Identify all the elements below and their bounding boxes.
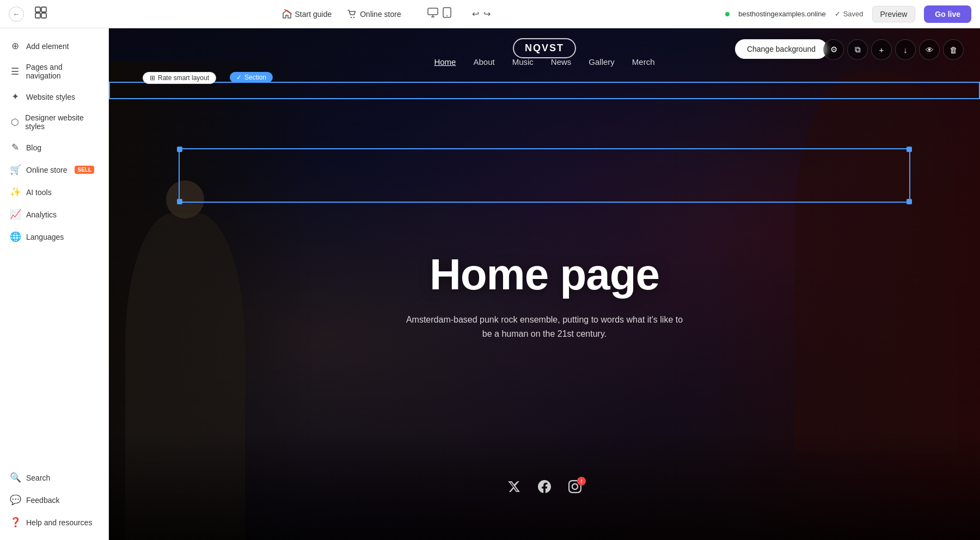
sidebar-item-label: Help and resources — [26, 518, 92, 527]
sidebar-item-add-element[interactable]: ⊕ Add element — [0, 35, 108, 57]
topbar-right: besthostingexamples.online ✓ Saved Previ… — [725, 5, 971, 23]
handle-tl[interactable] — [177, 147, 182, 152]
online-store-button[interactable]: Online store — [347, 9, 401, 19]
instagram-notification-badge: ! — [577, 477, 586, 486]
help-icon: ❓ — [10, 517, 21, 528]
sell-badge: SELL — [75, 166, 94, 174]
sidebar-item-help[interactable]: ❓ Help and resources — [0, 511, 108, 533]
svg-rect-0 — [35, 7, 40, 12]
svg-point-8 — [446, 15, 448, 16]
analytics-icon: 📈 — [10, 209, 21, 220]
social-icons: ! — [507, 480, 581, 496]
ai-tools-icon: ✨ — [10, 186, 21, 198]
selection-box — [179, 148, 910, 203]
online-store-label: Online store — [360, 10, 401, 19]
back-icon: ← — [13, 10, 20, 19]
pages-icon: ☰ — [10, 66, 21, 77]
back-button[interactable]: ← — [9, 7, 24, 22]
nav-link-gallery[interactable]: Gallery — [589, 57, 615, 66]
svg-rect-6 — [428, 8, 438, 15]
start-guide-label: Start guide — [295, 10, 332, 19]
golive-button[interactable]: Go live — [924, 5, 971, 23]
sidebar-item-label: Languages — [26, 233, 64, 241]
sidebar: ⊕ Add element ☰ Pages and navigation ✦ W… — [0, 28, 109, 540]
domain-text: besthostingexamples.online — [738, 10, 825, 18]
svg-rect-2 — [35, 13, 40, 18]
sidebar-item-label: AI tools — [26, 188, 52, 197]
nav-link-music[interactable]: Music — [512, 57, 534, 66]
feedback-icon: 💬 — [10, 494, 21, 506]
sidebar-item-website-styles[interactable]: ✦ Website styles — [0, 86, 108, 108]
svg-point-4 — [351, 16, 352, 17]
start-guide-button[interactable]: Start guide — [282, 9, 332, 19]
topbar-center: Start guide Online store ↩ ↪ — [60, 7, 712, 21]
desktop-view-button[interactable] — [427, 7, 438, 21]
rate-icon: ⊞ — [150, 74, 155, 82]
styles-icon: ✦ — [10, 91, 21, 102]
sidebar-item-ai-tools[interactable]: ✨ AI tools — [0, 181, 108, 203]
site-navbar: NQVST Home About Music News Gallery Merc… — [109, 28, 980, 72]
sidebar-item-designer-styles[interactable]: ⬡ Designer website styles — [0, 108, 108, 136]
sidebar-item-label: Search — [26, 474, 50, 482]
section-tag-button[interactable]: ✓ Section — [230, 72, 273, 83]
topbar: ← Start guide Online store — [0, 0, 980, 28]
blog-icon: ✎ — [10, 142, 21, 153]
topbar-left: ← — [9, 7, 47, 22]
sidebar-item-label: Blog — [26, 143, 41, 152]
sidebar-item-label: Designer website styles — [25, 113, 99, 131]
checkmark-icon: ✓ — [236, 74, 242, 81]
sidebar-item-label: Feedback — [26, 496, 59, 505]
sidebar-item-analytics[interactable]: 📈 Analytics — [0, 203, 108, 226]
add-element-icon: ⊕ — [10, 40, 21, 52]
canvas[interactable]: NQVST Home About Music News Gallery Merc… — [109, 28, 980, 540]
svg-rect-3 — [41, 13, 46, 18]
preview-button[interactable]: Preview — [872, 6, 916, 22]
saved-badge: ✓ Saved — [835, 10, 863, 18]
saved-label: Saved — [843, 10, 863, 18]
rate-smart-label: Rate smart layout — [158, 74, 209, 82]
domain-status-dot — [725, 12, 730, 16]
nav-link-about[interactable]: About — [473, 57, 494, 66]
check-icon: ✓ — [835, 10, 841, 18]
nav-link-home[interactable]: Home — [434, 57, 456, 66]
hero-subtitle[interactable]: Amsterdam-based punk rock ensemble, putt… — [403, 313, 686, 341]
handle-br[interactable] — [906, 199, 912, 204]
svg-rect-1 — [41, 7, 46, 12]
sidebar-item-blog[interactable]: ✎ Blog — [0, 136, 108, 159]
sidebar-item-label: Online store — [26, 166, 67, 174]
sidebar-item-languages[interactable]: 🌐 Languages — [0, 226, 108, 248]
designer-icon: ⬡ — [10, 117, 20, 128]
facebook-icon[interactable] — [538, 480, 551, 496]
rate-smart-layout-button[interactable]: ⊞ Rate smart layout — [143, 72, 216, 84]
nav-link-merch[interactable]: Merch — [632, 57, 655, 66]
handle-bl[interactable] — [177, 199, 182, 204]
sidebar-item-label: Add element — [26, 42, 69, 51]
redo-button[interactable]: ↪ — [483, 9, 491, 19]
instagram-icon[interactable]: ! — [568, 480, 581, 496]
handle-tr[interactable] — [906, 147, 912, 152]
svg-point-5 — [353, 16, 354, 17]
sidebar-item-label: Analytics — [26, 210, 57, 219]
site-logo: NQVST — [513, 38, 576, 58]
sidebar-item-feedback[interactable]: 💬 Feedback — [0, 489, 108, 511]
main-layout: ⊕ Add element ☰ Pages and navigation ✦ W… — [0, 28, 980, 540]
store-icon: 🛒 — [10, 164, 21, 175]
sidebar-item-pages[interactable]: ☰ Pages and navigation — [0, 57, 108, 86]
site-nav-links: Home About Music News Gallery Merch — [434, 57, 654, 66]
sidebar-item-online-store[interactable]: 🛒 Online store SELL — [0, 159, 108, 181]
nav-link-news[interactable]: News — [551, 57, 572, 66]
home-page-title[interactable]: Home page — [430, 250, 659, 300]
undo-button[interactable]: ↩ — [472, 9, 479, 19]
section-label: Section — [244, 74, 266, 81]
sidebar-item-label: Website styles — [26, 93, 75, 101]
twitter-icon[interactable] — [507, 480, 520, 496]
sidebar-item-label: Pages and navigation — [26, 63, 99, 80]
layout-icon[interactable] — [35, 7, 47, 21]
hero-content: Home page Amsterdam-based punk rock ense… — [109, 28, 980, 540]
mobile-view-button[interactable] — [443, 7, 451, 21]
sidebar-item-search[interactable]: 🔍 Search — [0, 466, 108, 489]
languages-icon: 🌐 — [10, 231, 21, 242]
search-icon: 🔍 — [10, 472, 21, 483]
